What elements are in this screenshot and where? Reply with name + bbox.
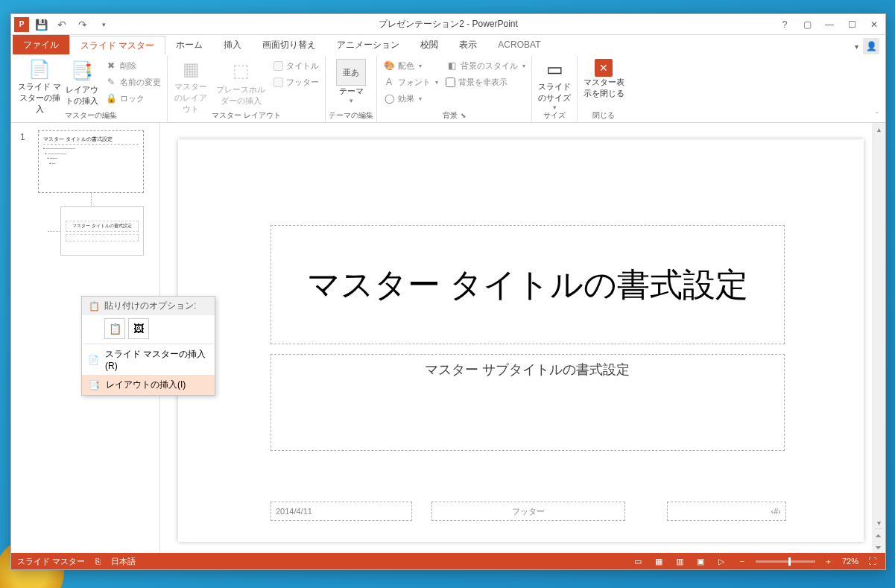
vertical-scrollbar[interactable]: ▴ ▾ ⏶ ⏷ <box>872 123 885 553</box>
scroll-up-button[interactable]: ▴ <box>872 123 885 135</box>
insert-placeholder-button[interactable]: ⬚ プレースホルダーの挿入 <box>212 57 269 108</box>
slideshow-button[interactable]: ▷ <box>714 555 729 567</box>
layout-thumb-sub <box>66 234 139 241</box>
prev-slide-button[interactable]: ⏶ <box>875 529 882 541</box>
subtitle-placeholder[interactable]: マスター サブタイトルの書式設定 <box>271 354 785 451</box>
delete-button[interactable]: ✖削除 <box>102 57 164 74</box>
rename-icon: ✎ <box>105 76 117 88</box>
layout-thumbnail[interactable]: マスター タイトルの書式設定 <box>60 206 144 256</box>
insert-slide-master-button[interactable]: 📄 スライド マスターの挿入 <box>17 57 62 108</box>
ctx-insert-master-label: スライド マスターの挿入(R) <box>105 348 209 371</box>
window-title: プレゼンテーション2 - PowerPoint <box>379 18 518 31</box>
delete-label: 削除 <box>120 60 136 72</box>
colors-label: 配色 <box>398 60 414 72</box>
notes-button[interactable]: ▭ <box>630 555 645 567</box>
theme-icon: 亜あ <box>336 59 366 86</box>
title-text: マスター タイトルの書式設定 <box>307 263 748 307</box>
group-background: 🎨配色▾ Aフォント▾ ◯効果▾ ◧背景のスタイル▾ 背景を非表示 背景⬊ <box>377 56 532 121</box>
account-icon[interactable]: 👤 <box>863 38 879 54</box>
chk-footer[interactable]: フッター <box>271 74 322 90</box>
paste-picture-button[interactable]: 🖼 <box>128 318 149 339</box>
tab-file[interactable]: ファイル <box>13 35 69 54</box>
tab-animation[interactable]: アニメーション <box>326 35 410 54</box>
footer-placeholder[interactable]: フッター <box>431 502 625 521</box>
master-layout-icon: ▦ <box>179 59 203 80</box>
paste-options-header: 📋 貼り付けのオプション: <box>82 297 215 315</box>
close-master-button[interactable]: ✕ マスター表示を閉じる <box>581 57 627 108</box>
scroll-down-button[interactable]: ▾ <box>872 516 885 528</box>
ctx-insert-layout[interactable]: 📑 レイアウトの挿入(I) <box>82 375 215 395</box>
date-text: 2014/4/11 <box>276 507 312 516</box>
slide-size-button[interactable]: ▭ スライドのサイズ ▾ <box>535 57 574 108</box>
title-placeholder[interactable]: マスター タイトルの書式設定 <box>271 225 785 344</box>
theme-button[interactable]: 亜あ テーマ ▾ <box>333 57 369 108</box>
close-icon: ✕ <box>595 59 613 77</box>
effects-button[interactable]: ◯効果▾ <box>380 90 441 107</box>
bg-styles-label: 背景のスタイル <box>461 60 518 72</box>
slide-master-icon: 📄 <box>28 59 51 80</box>
background-dialog-launcher[interactable]: ⬊ <box>461 112 467 119</box>
slide-sorter-button[interactable]: ▥ <box>672 555 687 567</box>
zoom-level[interactable]: 72% <box>842 557 858 566</box>
minimize-button[interactable]: — <box>818 14 841 35</box>
context-menu: 📋 貼り付けのオプション: 📋 🖼 📄 スライド マスターの挿入(R) 📑 レイ… <box>81 296 215 396</box>
ribbon-display-button[interactable]: ▢ <box>796 14 818 35</box>
tell-me-button[interactable]: ▾ <box>855 42 858 51</box>
statusbar: スライド マスター ⎘ 日本語 ▭ ▦ ▥ ▣ ▷ − ＋ 72% ⛶ <box>11 553 885 569</box>
zoom-in-button[interactable]: ＋ <box>821 555 836 567</box>
tab-view[interactable]: 表示 <box>449 35 487 54</box>
status-language[interactable]: 日本語 <box>111 556 136 567</box>
slide-master-icon: 📄 <box>88 354 99 366</box>
normal-view-button[interactable]: ▦ <box>651 555 666 567</box>
close-master-label: マスター表示を閉じる <box>581 77 627 99</box>
zoom-slider[interactable] <box>756 560 815 563</box>
rename-button[interactable]: ✎名前の変更 <box>102 74 164 90</box>
master-thumb-title: マスター タイトルの書式設定 <box>43 136 139 145</box>
tab-transition[interactable]: 画面切り替え <box>252 35 326 54</box>
help-button[interactable]: ? <box>774 14 796 35</box>
insert-layout-button[interactable]: 📑 レイアウトの挿入 <box>63 57 101 108</box>
fonts-button[interactable]: Aフォント▾ <box>380 74 441 90</box>
spellcheck-icon[interactable]: ⎘ <box>95 557 101 566</box>
app-icon: P <box>14 17 29 32</box>
layout-icon: 📑 <box>88 379 100 391</box>
zoom-out-button[interactable]: − <box>735 555 750 567</box>
fit-button[interactable]: ⛶ <box>864 555 879 567</box>
tab-home[interactable]: ホーム <box>165 35 213 54</box>
slide-number-placeholder[interactable]: ‹#› <box>667 502 786 521</box>
chk-title[interactable]: タイトル <box>271 57 322 74</box>
master-layout-button[interactable]: ▦ マスターのレイアウト <box>171 57 211 108</box>
tab-insert[interactable]: 挿入 <box>213 35 252 54</box>
close-button[interactable]: ✕ <box>863 14 885 35</box>
lock-button[interactable]: 🔒ロック <box>102 90 164 107</box>
effects-label: 効果 <box>398 93 414 104</box>
qat-customize-button[interactable]: ▾ <box>95 16 113 33</box>
maximize-button[interactable]: ☐ <box>841 14 863 35</box>
tab-acrobat[interactable]: ACROBAT <box>487 35 551 54</box>
date-placeholder[interactable]: 2014/4/11 <box>271 502 412 521</box>
status-mode: スライド マスター <box>17 556 85 567</box>
slide[interactable]: マスター タイトルの書式設定 マスター サブタイトルの書式設定 2014/4/1… <box>178 139 864 542</box>
redo-button[interactable]: ↷ <box>74 16 92 33</box>
chk-hide-bg[interactable]: 背景を非表示 <box>443 74 528 90</box>
group-size: ▭ スライドのサイズ ▾ サイズ <box>532 56 578 121</box>
undo-button[interactable]: ↶ <box>53 16 71 33</box>
group-edit-master-label: マスターの編集 <box>17 110 164 121</box>
next-slide-button[interactable]: ⏷ <box>875 541 882 553</box>
group-edit-theme: 亜あ テーマ ▾ テーマの編集 <box>326 56 377 121</box>
colors-button[interactable]: 🎨配色▾ <box>380 57 441 74</box>
clipboard-icon: 📋 <box>88 300 100 312</box>
ctx-insert-slide-master[interactable]: 📄 スライド マスターの挿入(R) <box>82 344 215 375</box>
reading-view-button[interactable]: ▣ <box>693 555 708 567</box>
lock-label: ロック <box>120 93 145 104</box>
chevron-down-icon: ▾ <box>350 97 353 104</box>
colors-icon: 🎨 <box>383 60 395 72</box>
tab-review[interactable]: 校閲 <box>410 35 449 54</box>
save-button[interactable]: 💾 <box>32 16 50 33</box>
master-thumbnail[interactable]: マスター タイトルの書式設定 • ―――――――― • ――――― • ―― •… <box>38 130 144 193</box>
group-master-layout: ▦ マスターのレイアウト ⬚ プレースホルダーの挿入 タイトル フッター マスタ… <box>168 56 326 121</box>
bg-styles-button[interactable]: ◧背景のスタイル▾ <box>443 57 528 74</box>
collapse-ribbon-button[interactable]: ˆ <box>872 110 882 121</box>
tab-slide-master[interactable]: スライド マスター <box>69 36 165 55</box>
paste-keep-format-button[interactable]: 📋 <box>104 318 125 339</box>
